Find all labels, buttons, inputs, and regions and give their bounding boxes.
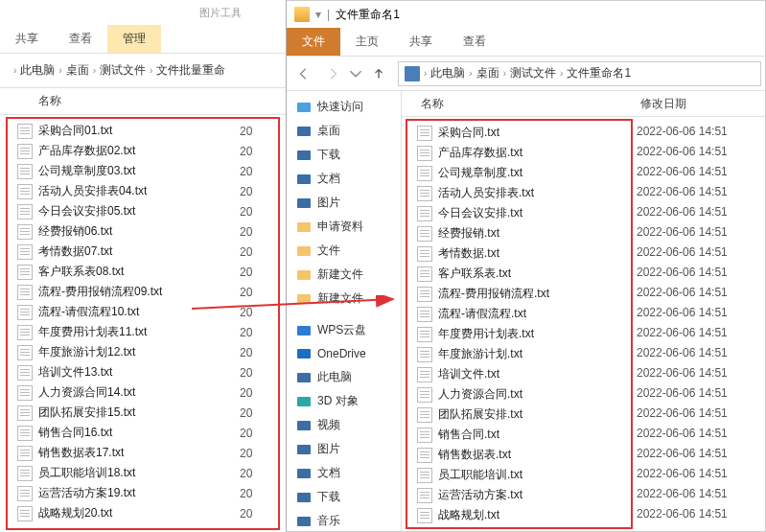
file-row[interactable]: 运营活动方案19.txt20	[13, 483, 272, 503]
text-file-icon	[17, 124, 33, 139]
tab-manage[interactable]: 管理	[107, 25, 161, 53]
tab-share[interactable]: 共享	[394, 28, 448, 56]
file-row[interactable]: 经费报销06.txt20	[13, 221, 272, 242]
file-name: 团队拓展安排.txt	[438, 406, 621, 423]
column-name[interactable]: 名称	[421, 96, 640, 112]
tab-share[interactable]: 共享	[0, 25, 54, 53]
sidebar-item[interactable]: 此电脑	[287, 365, 401, 389]
column-date[interactable]: 修改日期	[640, 96, 765, 112]
breadcrumb-item[interactable]: 此电脑	[430, 65, 465, 81]
back-button[interactable]	[290, 60, 317, 87]
file-row[interactable]: 经费报销.txt	[413, 223, 625, 243]
sidebar-item[interactable]: 音乐	[287, 509, 401, 531]
sidebar-item[interactable]: 下载	[287, 485, 401, 509]
file-row[interactable]: 年度费用计划表.txt	[413, 324, 625, 344]
tab-home[interactable]: 主页	[340, 28, 394, 56]
sidebar-item[interactable]: 视频	[287, 413, 401, 437]
breadcrumb-item[interactable]: 桌面	[66, 62, 89, 79]
file-row[interactable]: 公司规章制度.txt	[413, 163, 625, 183]
file-row[interactable]: 客户联系表.txt	[413, 264, 625, 284]
sidebar-item[interactable]: 申请资料	[287, 215, 401, 239]
breadcrumb-item[interactable]: 测试文件	[100, 62, 146, 79]
breadcrumb-item[interactable]: 此电脑	[20, 62, 55, 79]
column-name[interactable]: 名称	[19, 93, 286, 109]
file-row[interactable]: 活动人员安排表.txt	[413, 183, 625, 203]
file-row[interactable]: 销售合同16.txt20	[13, 423, 272, 443]
file-row[interactable]: 流程-费用报销流程09.txt20	[13, 282, 272, 302]
sidebar-item-label: 快速访问	[317, 99, 363, 115]
sidebar-item[interactable]: 文件	[287, 239, 401, 263]
breadcrumb-item[interactable]: 文件批量重命	[156, 62, 225, 79]
file-row[interactable]: 活动人员安排表04.txt20	[13, 181, 272, 201]
file-name: 运营活动方案.txt	[438, 487, 621, 503]
breadcrumb-item[interactable]: 文件重命名1	[567, 65, 631, 81]
file-row[interactable]: 考情数据07.txt20	[13, 242, 272, 262]
sidebar-item[interactable]: 3D 对象	[287, 389, 401, 413]
text-file-icon	[17, 446, 33, 461]
tab-file[interactable]: 文件	[287, 28, 340, 56]
tab-view[interactable]: 查看	[54, 25, 107, 53]
file-row[interactable]: 产品库存数据.txt	[413, 143, 625, 163]
sidebar-item[interactable]: 桌面	[287, 119, 401, 143]
forward-button[interactable]	[319, 60, 346, 87]
side-nav[interactable]: 快速访问桌面下载文档图片申请资料文件新建文件新建文件WPS云盘OneDrive此…	[287, 91, 402, 531]
up-button[interactable]	[365, 60, 392, 87]
file-list[interactable]: 采购合同.txt产品库存数据.txt公司规章制度.txt活动人员安排表.txt今…	[406, 119, 633, 529]
file-row[interactable]: 销售数据表.txt	[413, 445, 625, 465]
file-date-trunc: 20	[240, 406, 268, 420]
file-row[interactable]: 今日会议安排.txt	[413, 203, 625, 223]
tab-view[interactable]: 查看	[448, 28, 501, 56]
file-row[interactable]: 团队拓展安排.txt	[413, 405, 625, 425]
sidebar-item[interactable]: 下载	[287, 143, 401, 167]
file-name: 年度旅游计划12.txt	[38, 344, 234, 360]
file-row[interactable]: 客户联系表08.txt20	[13, 262, 272, 282]
file-row[interactable]: 团队拓展安排15.txt20	[13, 403, 272, 423]
sidebar-item[interactable]: 图片	[287, 437, 401, 461]
file-date-trunc: 20	[240, 487, 268, 500]
file-list[interactable]: 采购合同01.txt20产品库存数据02.txt20公司规章制度03.txt20…	[6, 117, 280, 530]
sidebar-item[interactable]: 快速访问	[287, 95, 401, 119]
file-row[interactable]: 流程-请假流程.txt	[413, 304, 625, 324]
file-row[interactable]: 今日会议安排05.txt20	[13, 201, 272, 221]
file-row[interactable]: 人力资源合同14.txt20	[13, 382, 272, 403]
file-row[interactable]: 年度费用计划表11.txt20	[13, 322, 272, 342]
file-row[interactable]: 员工职能培训.txt	[413, 465, 625, 485]
sidebar-item[interactable]: 图片	[287, 191, 401, 215]
file-row[interactable]: 采购合同01.txt20	[13, 121, 272, 141]
file-row[interactable]: 运营活动方案.txt	[413, 485, 625, 505]
wps-icon	[296, 323, 312, 338]
sidebar-item[interactable]: 新建文件	[287, 287, 401, 311]
file-row[interactable]: 流程-费用报销流程.txt	[413, 284, 625, 304]
file-row[interactable]: 流程-请假流程10.txt20	[13, 302, 272, 322]
sidebar-item[interactable]: OneDrive	[287, 342, 401, 365]
file-row[interactable]: 销售数据表17.txt20	[13, 443, 272, 463]
file-row[interactable]: 培训文件.txt	[413, 364, 625, 384]
file-row[interactable]: 销售合同.txt	[413, 425, 625, 445]
breadcrumb-item[interactable]: 测试文件	[510, 65, 556, 81]
sidebar-item[interactable]: 新建文件	[287, 263, 401, 287]
file-row[interactable]: 年度旅游计划12.txt20	[13, 342, 272, 362]
chevron-down-icon[interactable]: ▾	[315, 8, 321, 21]
file-row[interactable]: 人力资源合同.txt	[413, 384, 625, 405]
file-row[interactable]: 员工职能培训18.txt20	[13, 463, 272, 483]
file-row[interactable]: 年度旅游计划.txt	[413, 344, 625, 364]
file-date: 2022-06-06 14:51	[637, 403, 761, 423]
breadcrumb-item[interactable]: 桌面	[476, 65, 499, 81]
file-row[interactable]: 战略规划20.txt20	[13, 503, 272, 523]
sidebar-item[interactable]: WPS云盘	[287, 318, 401, 342]
recent-dropdown[interactable]	[348, 60, 363, 87]
file-row[interactable]: 公司规章制度03.txt20	[13, 161, 272, 181]
breadcrumb[interactable]: › 此电脑 › 桌面 › 测试文件 › 文件重命名1	[398, 61, 761, 86]
file-name: 团队拓展安排15.txt	[38, 405, 234, 421]
svg-rect-14	[297, 445, 311, 454]
file-row[interactable]: 考情数据.txt	[413, 243, 625, 264]
breadcrumb[interactable]: › 此电脑 › 桌面 › 测试文件 › 文件批量重命	[8, 58, 282, 83]
file-row[interactable]: 战略规划.txt	[413, 505, 625, 525]
file-row[interactable]: 采购合同.txt	[413, 123, 625, 143]
file-name: 今日会议安排05.txt	[38, 203, 234, 220]
file-row[interactable]: 产品库存数据02.txt20	[13, 141, 272, 161]
text-file-icon	[417, 146, 432, 161]
sidebar-item[interactable]: 文档	[287, 167, 401, 191]
sidebar-item[interactable]: 文档	[287, 461, 401, 485]
file-row[interactable]: 培训文件13.txt20	[13, 362, 272, 382]
